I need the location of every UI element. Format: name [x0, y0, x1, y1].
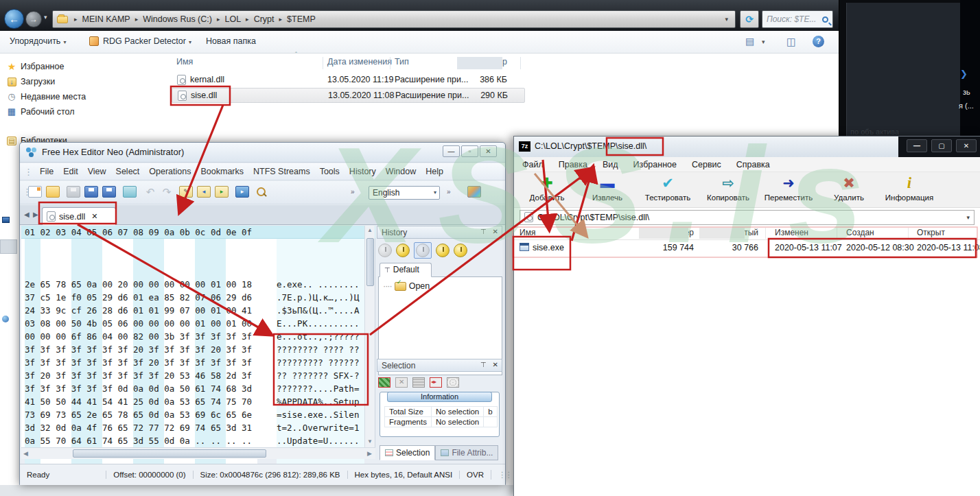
hex-row-bytes[interactable]: 37 c5 1e f0 05 29 d6 01 ea 85 82 07 06 2… [25, 291, 257, 304]
history-clear-icon[interactable] [378, 244, 392, 257]
history-branch-icon[interactable] [436, 244, 450, 257]
menu-item[interactable]: Сервис [692, 160, 721, 169]
sidebar-item[interactable]: Загрузки [5, 74, 167, 89]
scrollbar-thumb[interactable] [73, 449, 266, 458]
hex-row-bytes[interactable]: 24 33 9c cf 26 28 d6 01 01 99 07 00 01 0… [25, 304, 257, 317]
close-button[interactable]: ✕ [480, 145, 497, 157]
refresh-button[interactable]: ⟳ [740, 10, 759, 28]
scroll-up-icon[interactable]: ▲ [367, 227, 373, 233]
breadcrumb-item[interactable]: ▸MEIN KAMP [69, 14, 130, 24]
help-icon[interactable]: ? [813, 36, 824, 47]
extract-button[interactable]: ▬Извлечь [577, 172, 638, 207]
preview-pane-icon[interactable]: ◫ [786, 36, 796, 48]
hex-row-bytes[interactable]: 3f 20 3f 3f 3f 3f 3f 3f 3f 20 53 46 58 2… [25, 369, 257, 382]
scroll-left-icon[interactable]: ◀ [23, 450, 28, 457]
hex-row-ascii[interactable]: e...ot..,.;????? [277, 330, 364, 343]
menu-item[interactable]: Bookmarks [196, 167, 248, 176]
menu-item[interactable]: File [35, 167, 58, 176]
column-header[interactable]: Изменен [775, 228, 808, 237]
hex-row-ascii[interactable]: =sise.exe..Silen [277, 408, 364, 421]
search-input[interactable]: Поиск: $TE... [762, 10, 833, 28]
new-file-icon[interactable] [28, 186, 42, 198]
vertical-scrollbar[interactable]: ▲ ▼ [364, 226, 375, 447]
column-header[interactable]: Дата изменения [327, 57, 392, 67]
menu-item[interactable]: Вид [603, 160, 618, 169]
menu-item[interactable]: Help [421, 167, 448, 176]
hex-row-bytes[interactable]: 3d 32 0d 0a 4f 76 65 72 77 72 69 74 65 3… [25, 421, 257, 434]
tab-selection[interactable]: Selection [380, 445, 435, 460]
column-header[interactable]: Тип [395, 57, 409, 67]
save-as-icon[interactable] [84, 186, 98, 198]
menu-item[interactable]: Tools [315, 167, 345, 176]
tab-scroll-left-icon[interactable]: ◀ [24, 211, 30, 218]
select-range-icon[interactable] [430, 377, 442, 388]
status-size[interactable]: Size: 0x0004876c (296 812): 289,86 KB [193, 471, 347, 479]
open-file-icon[interactable] [46, 186, 60, 198]
sidebar-item[interactable]: Недавние места [5, 89, 167, 104]
move-button[interactable]: ➜Переместить [758, 172, 819, 207]
hex-row-bytes[interactable]: 0a 55 70 64 61 74 65 3d 55 0d 0a .. .. .… [25, 434, 257, 447]
delete-button[interactable]: ✖Удалить [819, 172, 879, 207]
sidebar-item[interactable]: Рабочий стол [5, 104, 167, 119]
history-save-icon[interactable] [454, 244, 467, 257]
copy-clipboard-icon[interactable]: ◂ [197, 186, 211, 198]
rdg-packer-button[interactable]: RDG Packer Detector▾ [103, 36, 191, 46]
select-pattern-icon[interactable] [412, 377, 425, 388]
hex-row-bytes[interactable]: 73 69 73 65 2e 65 78 65 0d 0a 53 69 6c 6… [25, 408, 257, 421]
status-offset[interactable]: Offset: 00000000 (0) [106, 471, 192, 479]
copy-button[interactable]: ⇨Копировать [698, 172, 758, 207]
column-header[interactable]: Открыт [917, 228, 945, 237]
pin-icon[interactable]: ⊥ [480, 228, 487, 235]
document-tab-sise-dll[interactable]: sise.dll ✕ [42, 207, 116, 225]
network-icon[interactable] [2, 316, 9, 322]
view-list-icon[interactable]: ▤ [745, 36, 754, 47]
menu-item[interactable]: Правка [559, 160, 587, 169]
hex-row-bytes[interactable]: 00 00 00 6f 86 04 00 82 00 3b 3f 3f 3f 3… [25, 330, 257, 343]
hex-view[interactable]: 01 02 03 04 05 06 07 08 09 0a 0b 0c 0d 0… [21, 226, 375, 447]
minimize-button[interactable]: — [907, 139, 927, 152]
hex-row-ascii[interactable]: e.exe.. ........ [277, 278, 364, 291]
menu-item[interactable]: Файл [522, 160, 544, 169]
tab-scroll-right-icon[interactable]: ▶ [33, 211, 38, 218]
history-open-item[interactable]: ···· Open [383, 281, 430, 291]
organize-button[interactable]: Упорядочить▾ [10, 36, 66, 46]
column-header[interactable]: Имя [520, 228, 535, 237]
paste-clipboard-icon[interactable]: ▸ [215, 186, 229, 198]
select-invert-icon[interactable] [447, 377, 459, 388]
history-tab-default[interactable]: ⊥Default [380, 263, 432, 277]
history-delete-icon[interactable] [396, 244, 410, 257]
select-none-icon[interactable] [395, 377, 408, 388]
hex-row-ascii[interactable]: ..Update=U...... [277, 434, 364, 447]
menu-item[interactable]: NTFS Streams [248, 167, 315, 176]
hex-row-ascii[interactable]: t=2..Overwrite=1 [277, 421, 364, 434]
forward-button[interactable]: → [25, 11, 42, 27]
hex-row-ascii[interactable]: ????????? ?????? [277, 356, 364, 369]
hex-bytes-pane[interactable]: 2e 65 78 65 0a 00 20 00 00 00 00 00 01 0… [25, 239, 257, 473]
menu-item[interactable]: Operations [144, 167, 196, 176]
column-header[interactable]: Создан [846, 228, 874, 237]
menu-item[interactable]: Избранное [633, 160, 677, 169]
find-icon[interactable] [255, 186, 268, 198]
status-ovr[interactable]: OVR [459, 471, 491, 479]
hex-editor-titlebar[interactable]: Free Hex Editor Neo (Administrator) — ▫ … [20, 143, 505, 163]
menu-item[interactable]: Window [381, 167, 421, 176]
hex-row-bytes[interactable]: 2e 65 78 65 0a 00 20 00 00 00 00 00 01 0… [25, 278, 257, 291]
back-button[interactable]: ← [4, 9, 24, 29]
undo-icon[interactable]: ↶ [143, 186, 157, 198]
address-dropdown-icon[interactable]: ▾ [966, 214, 970, 221]
archive-file-row[interactable]: sise.exe 159 744 30 766 2020-05-13 11:07… [514, 241, 980, 256]
sidebar-item[interactable]: Избранное [5, 59, 167, 74]
breadcrumb[interactable]: ▸MEIN KAMP▸Windows Rus (C:)▸LOL▸Crypt▸$T… [52, 10, 736, 28]
breadcrumb-dropdown-icon[interactable]: ▾ [722, 16, 731, 23]
address-input[interactable]: C:\LOL\Crypt\$TEMP\sise.dll\ ▾ [520, 210, 975, 225]
hex-row-bytes[interactable]: 3f 3f 3f 3f 3f 3f 0d 0a 0d 0a 50 61 74 6… [25, 382, 257, 395]
tab-file-attributes[interactable]: File Attrib... [435, 445, 498, 460]
maximize-button[interactable]: ▢ [931, 139, 952, 152]
scroll-down-icon[interactable]: ▼ [367, 438, 373, 445]
toolbar-overflow-icon[interactable]: » [447, 188, 451, 196]
hex-row-bytes[interactable]: 3f 3f 3f 3f 3f 3f 3f 3f 20 3f 3f 3f 3f 3… [25, 356, 257, 369]
computer-icon[interactable] [2, 217, 10, 223]
color-scheme-icon[interactable] [467, 186, 481, 198]
pin-icon[interactable]: ⊥ [480, 361, 487, 368]
select-all-icon[interactable] [378, 377, 390, 388]
